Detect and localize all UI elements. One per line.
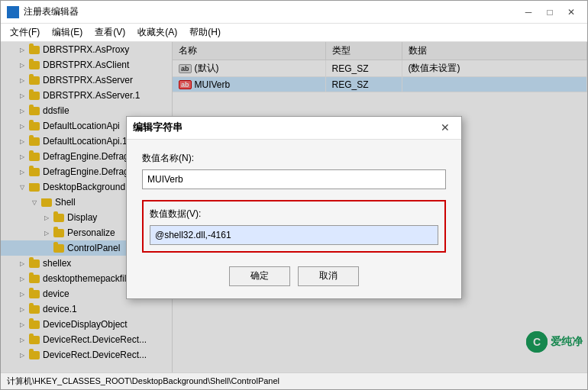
close-button[interactable]: ✕ xyxy=(561,4,581,21)
dialog-close-button[interactable]: ✕ xyxy=(435,119,455,136)
value-data-section: 数值数据(V): xyxy=(142,200,446,253)
name-label: 数值名称(N): xyxy=(142,152,446,165)
menu-file[interactable]: 文件(F) xyxy=(4,24,46,40)
svg-rect-1 xyxy=(14,7,18,11)
menu-view[interactable]: 查看(V) xyxy=(89,24,131,40)
dialog-title-bar: 编辑字符串 ✕ xyxy=(127,117,461,140)
dialog-body: 数值名称(N): 数值数据(V): 确定 取消 xyxy=(127,140,461,298)
menu-favorites[interactable]: 收藏夹(A) xyxy=(131,24,183,40)
modal-overlay: 编辑字符串 ✕ 数值名称(N): 数值数据(V): 确定 取消 xyxy=(1,42,587,372)
menu-edit[interactable]: 编辑(E) xyxy=(46,24,89,40)
main-window: 注册表编辑器 ─ □ ✕ 文件(F) 编辑(E) 查看(V) 收藏夹(A) 帮助… xyxy=(0,0,588,390)
data-label: 数值数据(V): xyxy=(150,208,438,221)
svg-rect-2 xyxy=(8,13,12,18)
data-input[interactable] xyxy=(150,225,438,245)
minimize-button[interactable]: ─ xyxy=(519,4,538,21)
status-bar: 计算机\HKEY_CLASSES_ROOT\DesktopBackground\… xyxy=(1,372,587,389)
dialog-title: 编辑字符串 xyxy=(133,121,435,134)
app-icon xyxy=(7,6,19,18)
svg-rect-0 xyxy=(8,7,12,11)
window-title: 注册表编辑器 xyxy=(24,5,519,18)
cancel-button[interactable]: 取消 xyxy=(298,266,359,286)
content-area: ▷ DBRSTPRX.AsProxy ▷ DBRSTPRX.AsClient ▷… xyxy=(1,42,587,372)
svg-rect-3 xyxy=(14,13,18,18)
dialog-buttons: 确定 取消 xyxy=(142,263,446,286)
status-path: 计算机\HKEY_CLASSES_ROOT\DesktopBackground\… xyxy=(7,375,279,387)
menu-bar: 文件(F) 编辑(E) 查看(V) 收藏夹(A) 帮助(H) xyxy=(1,24,587,42)
ok-button[interactable]: 确定 xyxy=(229,266,290,286)
maximize-button[interactable]: □ xyxy=(540,4,560,21)
edit-string-dialog: 编辑字符串 ✕ 数值名称(N): 数值数据(V): 确定 取消 xyxy=(126,116,462,299)
name-input[interactable] xyxy=(142,169,446,189)
menu-help[interactable]: 帮助(H) xyxy=(183,24,227,40)
title-bar-controls: ─ □ ✕ xyxy=(519,4,581,21)
title-bar: 注册表编辑器 ─ □ ✕ xyxy=(1,1,587,24)
